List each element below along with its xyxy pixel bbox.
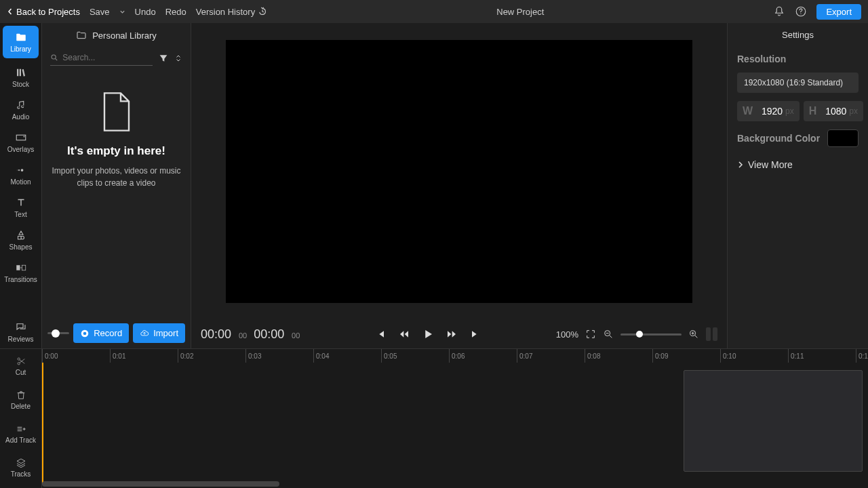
transitions-icon: [15, 262, 27, 274]
ruler-tick[interactable]: 0:00: [42, 349, 110, 363]
ruler-tick[interactable]: 0:07: [517, 349, 585, 363]
skip-end-icon[interactable]: [469, 329, 480, 340]
ruler-tick[interactable]: 0:10: [720, 349, 788, 363]
width-input[interactable]: [755, 106, 783, 117]
fullscreen-icon[interactable]: [585, 329, 596, 340]
layers-icon: [16, 458, 26, 468]
add-track-icon: [16, 424, 26, 434]
sidebar-tab-stock[interactable]: Stock: [0, 61, 41, 94]
shapes-icon: [15, 229, 27, 241]
sidebar-tab-transitions[interactable]: Transitions: [0, 256, 41, 289]
search-icon: [50, 53, 58, 62]
books-icon: [15, 66, 27, 79]
zoom-in-icon[interactable]: [688, 329, 699, 340]
svg-point-13: [18, 363, 20, 365]
left-rail: Library Stock Audio Overlays Motion Text…: [0, 23, 42, 348]
filter-icon[interactable]: [158, 53, 169, 64]
height-input[interactable]: [819, 106, 846, 117]
ruler-tick[interactable]: 0:03: [245, 349, 313, 363]
playhead[interactable]: [42, 363, 43, 485]
export-button[interactable]: Export: [816, 4, 861, 20]
preview-canvas[interactable]: [226, 40, 692, 303]
sidebar-tab-library[interactable]: Library: [3, 26, 39, 58]
ruler-tick[interactable]: 0:09: [652, 349, 720, 363]
height-field[interactable]: H px: [804, 101, 863, 121]
volume-slider[interactable]: [47, 332, 69, 334]
sidebar-tab-motion[interactable]: Motion: [0, 159, 41, 191]
ruler-tick[interactable]: 0:12: [856, 349, 868, 363]
sidebar-tab-text[interactable]: Text: [0, 191, 41, 224]
ruler-tick[interactable]: 0:02: [178, 349, 245, 363]
bell-icon[interactable]: [773, 5, 785, 18]
save-label: Save: [90, 7, 110, 17]
save-menu[interactable]: Save: [90, 7, 110, 17]
project-title[interactable]: New Project: [277, 7, 764, 17]
record-button[interactable]: Record: [73, 323, 129, 343]
undo-button[interactable]: Undo: [135, 7, 156, 17]
chevron-down-icon[interactable]: [119, 9, 125, 15]
chat-icon: [15, 321, 27, 333]
view-more-toggle[interactable]: View More: [737, 159, 859, 170]
topbar: Back to Projects Save Undo Redo Version …: [0, 0, 868, 23]
timeline: Cut Delete Add Track Tracks 0:000:010:02…: [0, 348, 868, 488]
import-button[interactable]: Import: [133, 323, 185, 343]
chevron-left-icon: [7, 8, 14, 15]
bg-label: Background Color: [737, 133, 820, 144]
skip-start-icon[interactable]: [376, 329, 387, 340]
ruler-tick[interactable]: 0:11: [788, 349, 856, 363]
ruler-tick[interactable]: 0:08: [585, 349, 652, 363]
version-history-button[interactable]: Version History: [196, 7, 267, 17]
back-label: Back to Projects: [16, 7, 80, 17]
rewind-icon[interactable]: [399, 329, 410, 340]
sidebar-tab-audio[interactable]: Audio: [0, 94, 41, 126]
ruler-tick[interactable]: 0:05: [381, 349, 449, 363]
timeline-scrollbar[interactable]: [42, 481, 279, 487]
overlays-icon: [15, 131, 27, 144]
search-input[interactable]: [62, 53, 153, 62]
forward-icon[interactable]: [446, 329, 457, 340]
tracks-button[interactable]: Tracks: [0, 451, 41, 485]
zoom-slider[interactable]: [620, 333, 682, 336]
settings-panel: Settings Resolution 1920x1080 (16:9 Stan…: [727, 23, 868, 348]
svg-rect-5: [16, 265, 20, 270]
settings-title: Settings: [728, 23, 868, 47]
zoom-value: 100%: [556, 329, 578, 340]
cloud-upload-icon: [140, 329, 149, 338]
center-area: 00:00 00 00:00 00 100%: [191, 23, 727, 348]
redo-button[interactable]: Redo: [165, 7, 186, 17]
motion-icon: [15, 164, 27, 176]
play-icon[interactable]: [422, 328, 434, 340]
help-icon[interactable]: [795, 5, 807, 18]
timeline-ruler[interactable]: 0:000:010:020:030:040:050:060:070:080:09…: [42, 349, 868, 363]
sidebar-tab-shapes[interactable]: Shapes: [0, 224, 41, 256]
picture-in-picture-preview[interactable]: [684, 370, 863, 472]
ruler-tick[interactable]: 0:06: [449, 349, 517, 363]
library-panel: Personal Library It's empty in here! Imp…: [42, 23, 191, 348]
sidebar-tab-reviews[interactable]: Reviews: [0, 316, 41, 348]
scissors-icon: [16, 356, 26, 367]
empty-title: It's empty in here!: [67, 144, 165, 158]
timeline-tools: Cut Delete Add Track Tracks: [0, 349, 42, 488]
bg-swatch[interactable]: [827, 129, 859, 147]
ruler-tick[interactable]: 0:01: [110, 349, 178, 363]
back-to-projects[interactable]: Back to Projects: [7, 7, 80, 17]
audio-meter: [706, 327, 717, 341]
width-field[interactable]: W px: [737, 101, 800, 121]
folder-icon: [76, 30, 87, 41]
sidebar-tab-overlays[interactable]: Overlays: [0, 126, 41, 159]
preview-area: [191, 23, 727, 320]
svg-rect-1: [16, 135, 26, 140]
zoom-out-icon[interactable]: [603, 329, 614, 340]
total-time: 00:00 00: [254, 327, 300, 342]
add-track-button[interactable]: Add Track: [0, 417, 41, 451]
delete-button[interactable]: Delete: [0, 383, 41, 417]
ruler-tick[interactable]: 0:04: [313, 349, 381, 363]
chevron-right-icon: [737, 161, 744, 168]
resolution-select[interactable]: 1920x1080 (16:9 Standard): [737, 73, 859, 93]
cut-button[interactable]: Cut: [0, 349, 41, 383]
library-header[interactable]: Personal Library: [42, 23, 191, 47]
sort-icon[interactable]: [174, 54, 182, 62]
search-box[interactable]: [50, 50, 153, 66]
svg-point-3: [18, 169, 19, 171]
resolution-label: Resolution: [737, 54, 859, 64]
